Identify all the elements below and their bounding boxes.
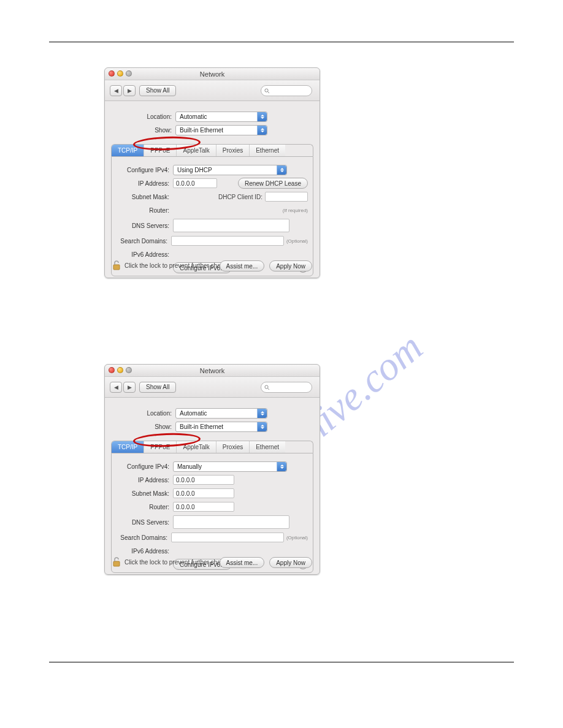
show-all-button[interactable]: Show All [139, 382, 176, 393]
tab-tcpip[interactable]: TCP/IP [112, 145, 144, 156]
dns-field[interactable] [173, 515, 289, 529]
titlebar: Network [105, 365, 320, 377]
configure-value: Using DHCP [177, 167, 212, 173]
tab-pppoe[interactable]: PPPoE [144, 441, 177, 453]
dns-field[interactable] [173, 219, 289, 232]
location-value: Automatic [180, 113, 207, 120]
tab-tcpip[interactable]: TCP/IP [112, 441, 144, 453]
search-input[interactable] [261, 85, 312, 96]
network-panel-manual: Network ◀ ▶ Show All Location: Automatic [104, 364, 320, 575]
minimize-icon[interactable] [117, 367, 123, 373]
configure-value: Manually [177, 463, 202, 470]
location-value: Automatic [180, 410, 207, 417]
location-select[interactable]: Automatic [175, 112, 267, 122]
search-domains-field[interactable] [171, 236, 284, 246]
close-icon[interactable] [109, 367, 115, 373]
router-field[interactable]: 0.0.0.0 [173, 502, 234, 512]
ip-field[interactable]: 0.0.0.0 [173, 178, 217, 188]
svg-line-2 [268, 92, 270, 94]
tabs: TCP/IP PPPoE AppleTalk Proxies Ethernet [111, 144, 313, 156]
chevron-updown-icon [257, 126, 267, 135]
svg-line-5 [268, 389, 270, 390]
search-icon [264, 88, 270, 94]
show-label: Show: [105, 127, 175, 134]
search-domains-label: Search Domains: [117, 534, 171, 541]
optional-hint: (Optional) [284, 535, 308, 540]
zoom-icon[interactable] [126, 367, 132, 373]
search-input[interactable] [261, 382, 312, 393]
window-title: Network [200, 70, 224, 78]
dhcp-hint: (If required) [283, 208, 308, 213]
show-value: Built-in Ethernet [180, 423, 223, 430]
chevron-updown-icon [257, 409, 267, 418]
zoom-icon[interactable] [126, 70, 132, 77]
show-all-button[interactable]: Show All [139, 85, 176, 96]
show-label: Show: [105, 423, 175, 430]
ip-field[interactable]: 0.0.0.0 [173, 475, 234, 485]
minimize-icon[interactable] [117, 70, 123, 77]
location-label: Location: [105, 410, 175, 417]
search-icon [264, 385, 270, 390]
chevron-updown-icon [257, 422, 267, 431]
window-controls [109, 367, 132, 373]
top-rule [49, 42, 514, 42]
svg-point-1 [265, 89, 268, 92]
search-domains-field[interactable] [171, 533, 284, 542]
subnet-label: Subnet Mask: [117, 194, 173, 200]
configure-label: Configure IPv4: [117, 167, 173, 173]
configure-select[interactable]: Using DHCP [173, 165, 287, 175]
forward-button[interactable]: ▶ [123, 382, 136, 393]
lock-open-icon[interactable] [112, 557, 121, 567]
chevron-updown-icon [277, 165, 286, 175]
back-button[interactable]: ◀ [110, 382, 122, 393]
tab-ethernet[interactable]: Ethernet [250, 441, 285, 453]
optional-hint: (Optional) [284, 238, 308, 244]
ip-label: IP Address: [117, 180, 173, 187]
location-label: Location: [105, 113, 175, 120]
renew-dhcp-button[interactable]: Renew DHCP Lease [238, 178, 308, 189]
toolbar: ◀ ▶ Show All [105, 377, 320, 398]
configure-label: Configure IPv4: [117, 463, 173, 470]
network-panel-dhcp: Network ◀ ▶ Show All Location: Automatic [104, 67, 320, 278]
svg-point-4 [265, 385, 268, 389]
show-select[interactable]: Built-in Ethernet [175, 125, 267, 135]
dhcp-client-field[interactable] [265, 192, 308, 202]
location-select[interactable]: Automatic [175, 408, 267, 419]
tab-proxies[interactable]: Proxies [216, 441, 250, 453]
apply-button[interactable]: Apply Now [269, 260, 312, 271]
lock-open-icon[interactable] [112, 260, 121, 270]
tab-proxies[interactable]: Proxies [216, 145, 250, 156]
toolbar: ◀ ▶ Show All [105, 80, 320, 101]
titlebar: Network [105, 68, 320, 80]
apply-button[interactable]: Apply Now [269, 557, 312, 568]
router-label: Router: [117, 504, 173, 510]
dns-label: DNS Servers: [117, 222, 173, 229]
tab-pppoe[interactable]: PPPoE [144, 145, 177, 156]
tcpip-pane: Configure IPv4: Manually IP Address: 0.0… [111, 453, 313, 573]
svg-rect-3 [113, 265, 120, 270]
ipv6-label: IPv6 Address: [117, 548, 173, 555]
ipv6-label: IPv6 Address: [117, 251, 173, 258]
close-icon[interactable] [109, 70, 115, 77]
configure-select[interactable]: Manually [173, 461, 287, 472]
search-domains-label: Search Domains: [117, 238, 171, 245]
assist-button[interactable]: Assist me... [220, 557, 265, 568]
show-value: Built-in Ethernet [180, 127, 223, 134]
dns-label: DNS Servers: [117, 519, 173, 526]
tab-ethernet[interactable]: Ethernet [250, 145, 285, 156]
svg-rect-6 [113, 561, 120, 566]
dhcp-client-label: DHCP Client ID: [218, 194, 265, 200]
show-select[interactable]: Built-in Ethernet [175, 422, 267, 432]
back-button[interactable]: ◀ [110, 85, 122, 96]
forward-button[interactable]: ▶ [123, 85, 136, 96]
tab-appletalk[interactable]: AppleTalk [177, 145, 216, 156]
router-label: Router: [117, 207, 173, 214]
chevron-updown-icon [277, 462, 286, 471]
tab-appletalk[interactable]: AppleTalk [177, 441, 216, 453]
subnet-label: Subnet Mask: [117, 490, 173, 497]
bottom-rule [49, 662, 514, 662]
assist-button[interactable]: Assist me... [220, 260, 265, 271]
window-controls [109, 70, 132, 77]
tabs: TCP/IP PPPoE AppleTalk Proxies Ethernet [111, 441, 313, 453]
subnet-field[interactable]: 0.0.0.0 [173, 488, 234, 498]
